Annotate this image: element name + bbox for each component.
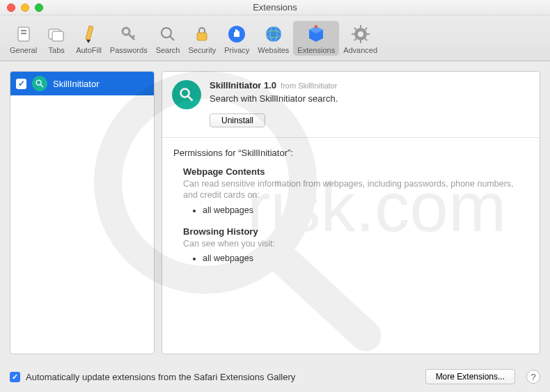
permission-description: Can read sensitive information from webp…	[183, 178, 528, 201]
toolbar-tab-privacy[interactable]: Privacy	[220, 21, 253, 56]
auto-update-checkbox[interactable]: ✓	[10, 372, 20, 382]
svg-rect-26	[354, 37, 357, 40]
more-extensions-button[interactable]: More Extensions...	[425, 369, 515, 384]
toolbar-tab-passwords[interactable]: Passwords	[106, 21, 152, 56]
footer-bar: ✓ Automatically update extensions from t…	[0, 361, 550, 392]
svg-marker-6	[86, 40, 91, 43]
toolbar-label: Advanced	[343, 46, 377, 54]
svg-point-10	[162, 28, 171, 38]
extension-list-item[interactable]: ✓ SkillInitiator	[10, 72, 154, 95]
toolbar-label: Security	[188, 46, 216, 54]
svg-rect-2	[21, 33, 26, 34]
svg-rect-25	[364, 27, 368, 31]
extension-description: Search with SkillInitiator search.	[210, 93, 530, 104]
extensions-sidebar: ✓ SkillInitiator	[10, 71, 155, 354]
toolbar-tab-websites[interactable]: Websites	[253, 21, 293, 56]
auto-update-label: Automatically update extensions from the…	[26, 372, 420, 382]
svg-rect-27	[354, 27, 357, 31]
svg-line-30	[40, 84, 43, 87]
gear-icon	[350, 24, 371, 45]
svg-rect-22	[360, 40, 361, 43]
svg-rect-12	[197, 33, 207, 40]
toolbar-label: Search	[156, 46, 180, 54]
svg-rect-1	[21, 30, 26, 31]
globe-icon	[263, 24, 284, 45]
toolbar-label: Websites	[258, 46, 289, 54]
extension-title: SkillInitiator 1.0	[210, 80, 276, 91]
toolbar-label: Extensions	[297, 46, 335, 54]
extension-enabled-checkbox[interactable]: ✓	[16, 79, 26, 89]
svg-rect-5	[86, 25, 93, 40]
svg-rect-21	[360, 25, 361, 29]
permission-item: all webpages	[203, 253, 528, 263]
svg-point-14	[266, 26, 281, 42]
tabs-icon	[46, 24, 67, 45]
toolbar-tab-security[interactable]: Security	[184, 21, 220, 56]
titlebar: Extensions	[0, 0, 550, 15]
permission-block: Browsing History Can see when you visit:…	[183, 226, 528, 263]
general-icon	[13, 24, 34, 45]
svg-line-11	[170, 36, 174, 40]
toolbar-label: Tabs	[49, 46, 65, 54]
permissions-section: Permissions for “SkillInitiator”: Webpag…	[162, 138, 540, 284]
svg-rect-23	[352, 33, 355, 35]
svg-rect-28	[364, 37, 368, 40]
svg-line-9	[132, 36, 134, 38]
toolbar-tab-general[interactable]: General	[6, 21, 41, 56]
lock-icon	[191, 24, 212, 45]
extension-item-icon	[32, 76, 47, 91]
permissions-heading: Permissions for “SkillInitiator”:	[173, 148, 528, 158]
svg-line-32	[188, 96, 192, 100]
extension-item-name: SkillInitiator	[53, 79, 99, 89]
toolbar-label: Passwords	[110, 46, 148, 54]
svg-point-29	[36, 80, 41, 85]
toolbar-tab-search[interactable]: Search	[152, 21, 184, 56]
toolbar-tab-autofill[interactable]: AutoFill	[72, 21, 106, 56]
permission-block: Webpage Contents Can read sensitive info…	[183, 166, 528, 215]
privacy-hand-icon	[226, 24, 247, 45]
toolbar-tab-advanced[interactable]: Advanced	[339, 21, 382, 56]
toolbar-label: General	[10, 46, 37, 54]
autofill-pencil-icon	[78, 24, 99, 45]
content-area: ✓ SkillInitiator SkillInitiator 1.0 from…	[0, 61, 550, 361]
svg-point-20	[358, 31, 363, 37]
svg-point-18	[315, 24, 318, 28]
permission-description: Can see when you visit:	[183, 238, 528, 249]
window-title: Extensions	[0, 2, 550, 13]
uninstall-button[interactable]: Uninstall	[210, 113, 265, 127]
extensions-preferences-window: Extensions General Tabs AutoFill Passwor…	[0, 0, 550, 392]
extension-info: SkillInitiator 1.0 from SkillInitiator S…	[210, 80, 530, 127]
toolbar-label: AutoFill	[76, 46, 102, 54]
extensions-puzzle-icon	[306, 24, 327, 45]
toolbar-label: Privacy	[224, 46, 249, 54]
svg-point-31	[181, 89, 189, 97]
extension-header: SkillInitiator 1.0 from SkillInitiator S…	[162, 72, 540, 138]
permission-category: Browsing History	[183, 226, 528, 237]
search-icon	[157, 24, 178, 45]
svg-rect-4	[52, 31, 63, 41]
svg-rect-24	[366, 33, 370, 35]
svg-point-7	[123, 28, 129, 35]
help-button[interactable]: ?	[526, 370, 540, 384]
extension-author: from SkillInitiator	[281, 81, 337, 90]
permission-category: Webpage Contents	[183, 166, 528, 177]
permission-item: all webpages	[203, 205, 528, 215]
extension-detail-icon	[172, 80, 201, 109]
extension-detail-panel: SkillInitiator 1.0 from SkillInitiator S…	[162, 71, 540, 354]
toolbar-tab-extensions[interactable]: Extensions	[293, 21, 339, 56]
toolbar-tab-tabs[interactable]: Tabs	[41, 21, 72, 56]
preferences-toolbar: General Tabs AutoFill Passwords Search	[0, 15, 550, 61]
key-icon	[118, 24, 139, 45]
